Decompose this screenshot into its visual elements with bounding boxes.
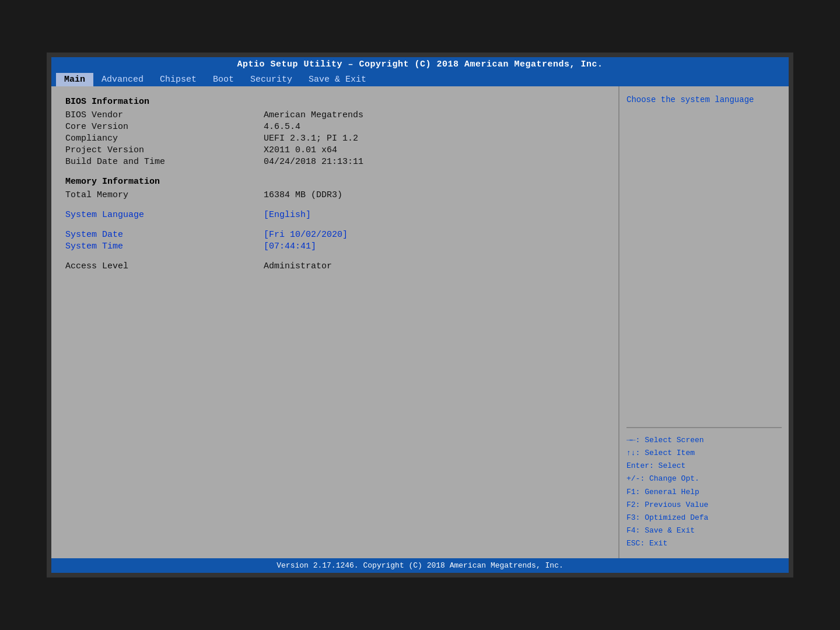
- key-f4: F4: Save & Exit: [626, 524, 782, 537]
- main-area: BIOS Information BIOS Vendor American Me…: [51, 86, 789, 558]
- label-bios-vendor: BIOS Vendor: [65, 110, 264, 120]
- label-system-language[interactable]: System Language: [65, 210, 264, 220]
- content-panel: BIOS Information BIOS Vendor American Me…: [51, 86, 620, 558]
- row-system-date: System Date [Fri 10/02/2020]: [65, 230, 604, 240]
- label-access-level: Access Level: [65, 261, 264, 271]
- key-select-screen: →←: Select Screen: [626, 434, 782, 447]
- key-f1: F1: General Help: [626, 486, 782, 499]
- section-access-level: Access Level Administrator: [65, 261, 604, 271]
- section-system-language: System Language [English]: [65, 210, 604, 220]
- value-total-memory: 16384 MB (DDR3): [264, 190, 342, 200]
- row-access-level: Access Level Administrator: [65, 261, 604, 271]
- bios-screen: Aptio Setup Utility – Copyright (C) 2018…: [47, 52, 793, 578]
- value-core-version: 4.6.5.4: [264, 122, 300, 132]
- bios-info-header: BIOS Information: [65, 97, 604, 107]
- help-divider: [626, 111, 782, 428]
- value-bios-vendor: American Megatrends: [264, 110, 363, 120]
- title-bar: Aptio Setup Utility – Copyright (C) 2018…: [51, 57, 789, 72]
- key-select-item: ↑↓: Select Item: [626, 447, 782, 460]
- key-f3: F3: Optimized Defa: [626, 512, 782, 524]
- tab-advanced[interactable]: Advanced: [93, 73, 152, 86]
- row-build-date: Build Date and Time 04/24/2018 21:13:11: [65, 157, 604, 167]
- title-text: Aptio Setup Utility – Copyright (C) 2018…: [237, 60, 603, 69]
- key-esc: ESC: Exit: [626, 537, 782, 550]
- value-compliancy: UEFI 2.3.1; PI 1.2: [264, 134, 358, 144]
- tab-chipset[interactable]: Chipset: [152, 73, 205, 86]
- tab-security[interactable]: Security: [242, 73, 300, 86]
- value-system-date[interactable]: [Fri 10/02/2020]: [264, 230, 348, 240]
- section-memory-info: Memory Information Total Memory 16384 MB…: [65, 177, 604, 200]
- value-project-version: X2011 0.01 x64: [264, 145, 337, 155]
- row-bios-vendor: BIOS Vendor American Megatrends: [65, 110, 604, 120]
- row-project-version: Project Version X2011 0.01 x64: [65, 145, 604, 155]
- help-keys: →←: Select Screen ↑↓: Select Item Enter:…: [626, 427, 782, 550]
- tab-boot[interactable]: Boot: [205, 73, 242, 86]
- help-panel: Choose the system language →←: Select Sc…: [620, 86, 789, 558]
- value-build-date: 04/24/2018 21:13:11: [264, 157, 363, 167]
- key-change-opt: +/-: Change Opt.: [626, 473, 782, 485]
- label-compliancy: Compliancy: [65, 134, 264, 144]
- key-f2: F2: Previous Value: [626, 499, 782, 512]
- tab-main[interactable]: Main: [56, 73, 93, 86]
- label-core-version: Core Version: [65, 122, 264, 132]
- value-system-time[interactable]: [07:44:41]: [264, 242, 316, 251]
- row-system-time: System Time [07:44:41]: [65, 242, 604, 251]
- label-project-version: Project Version: [65, 145, 264, 155]
- memory-info-header: Memory Information: [65, 177, 604, 187]
- section-datetime: System Date [Fri 10/02/2020] System Time…: [65, 230, 604, 251]
- row-core-version: Core Version 4.6.5.4: [65, 122, 604, 132]
- section-bios-info: BIOS Information BIOS Vendor American Me…: [65, 97, 604, 167]
- nav-bar: Main Advanced Chipset Boot Security Save…: [51, 72, 789, 86]
- value-system-language[interactable]: [English]: [264, 210, 311, 220]
- label-system-date[interactable]: System Date: [65, 230, 264, 240]
- tab-save-exit[interactable]: Save & Exit: [300, 73, 374, 86]
- row-total-memory: Total Memory 16384 MB (DDR3): [65, 190, 604, 200]
- key-enter: Enter: Select: [626, 460, 782, 473]
- footer-text: Version 2.17.1246. Copyright (C) 2018 Am…: [276, 561, 563, 570]
- label-build-date: Build Date and Time: [65, 157, 264, 167]
- row-system-language: System Language [English]: [65, 210, 604, 220]
- label-total-memory: Total Memory: [65, 190, 264, 200]
- footer-bar: Version 2.17.1246. Copyright (C) 2018 Am…: [51, 558, 789, 573]
- value-access-level: Administrator: [264, 261, 332, 271]
- row-compliancy: Compliancy UEFI 2.3.1; PI 1.2: [65, 134, 604, 144]
- help-top-text: Choose the system language: [626, 94, 782, 106]
- label-system-time[interactable]: System Time: [65, 242, 264, 251]
